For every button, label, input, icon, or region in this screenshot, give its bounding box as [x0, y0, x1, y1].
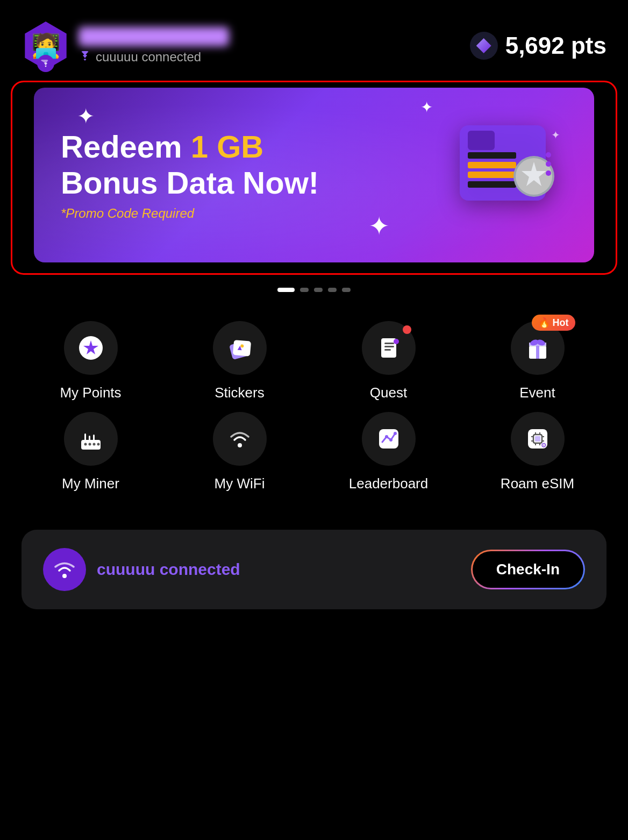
dot-2[interactable] — [300, 288, 309, 292]
carousel-dots — [0, 288, 628, 292]
svg-point-9 — [546, 152, 551, 158]
dot-4[interactable] — [328, 288, 337, 292]
svg-point-35 — [88, 443, 91, 446]
username-blurred — [78, 27, 229, 46]
svg-point-55 — [62, 574, 67, 578]
my-miner-label: My Miner — [62, 475, 119, 492]
svg-rect-16 — [232, 340, 251, 357]
wifi-icon — [78, 50, 91, 64]
svg-point-34 — [84, 443, 87, 446]
bottom-wifi-circle — [43, 548, 86, 591]
my-wifi-icon-wrap — [213, 412, 267, 466]
banner-image: ✦ — [449, 115, 567, 236]
banner-title: Redeem 1 GB Bonus Data Now! — [61, 129, 319, 201]
svg-point-11 — [546, 170, 551, 176]
diamond-icon — [476, 38, 491, 53]
menu-item-event[interactable]: 🔥 Hot Event — [468, 321, 606, 401]
svg-point-41 — [389, 438, 393, 442]
my-miner-icon-wrap — [64, 412, 118, 466]
svg-rect-32 — [89, 436, 90, 441]
avatar-container[interactable]: 🧑‍💻 — [22, 22, 70, 70]
svg-rect-53 — [535, 436, 540, 442]
svg-point-42 — [394, 432, 397, 435]
roam-esim-icon: ⚙ — [524, 425, 552, 453]
banner-text: Redeem 1 GB Bonus Data Now! *Promo Code … — [61, 129, 319, 221]
my-points-icon — [77, 334, 105, 362]
checkin-button[interactable]: Check-In — [473, 551, 583, 588]
menu-item-stickers[interactable]: Stickers — [170, 321, 309, 401]
banner-line2: Bonus Data Now! — [61, 165, 319, 200]
menu-item-my-wifi[interactable]: My WiFi — [170, 412, 309, 492]
quest-label: Quest — [370, 385, 407, 401]
quest-icon — [375, 334, 403, 362]
event-label: Event — [519, 385, 555, 401]
svg-point-40 — [385, 435, 388, 438]
menu-item-roam-esim[interactable]: ⚙ Roam eSIM — [468, 412, 606, 492]
points-area: 5,692 pts — [470, 32, 606, 60]
menu-item-my-points[interactable]: My Points — [22, 321, 160, 401]
connection-status: cuuuuu connected — [78, 49, 229, 65]
roam-esim-label: Roam eSIM — [501, 475, 574, 492]
svg-rect-3 — [468, 172, 516, 178]
svg-rect-20 — [384, 343, 394, 344]
svg-rect-31 — [84, 433, 86, 441]
checkin-button-wrapper[interactable]: Check-In — [471, 550, 585, 589]
svg-rect-1 — [468, 152, 516, 159]
svg-rect-5 — [468, 131, 495, 150]
banner[interactable]: ✦ ✦ ✦ Redeem 1 GB Bonus Data Now! *Promo… — [34, 88, 594, 262]
my-wifi-icon — [226, 425, 254, 453]
my-points-label: My Points — [60, 385, 121, 401]
header: 🧑‍💻 cuuuuu conn — [0, 0, 628, 81]
points-value: 5,692 pts — [505, 32, 606, 59]
dot-5[interactable] — [342, 288, 351, 292]
svg-point-10 — [546, 161, 551, 167]
menu-item-my-miner[interactable]: My Miner — [22, 412, 160, 492]
roam-esim-icon-wrap: ⚙ — [511, 412, 565, 466]
menu-item-quest[interactable]: Quest — [319, 321, 458, 401]
status-text: cuuuuu connected — [96, 49, 201, 65]
svg-point-37 — [97, 443, 99, 446]
wifi-badge — [37, 55, 54, 72]
dot-3[interactable] — [314, 288, 323, 292]
leaderboard-label: Leaderboard — [349, 475, 428, 492]
hot-badge: 🔥 Hot — [532, 315, 575, 331]
stickers-icon-wrap — [213, 321, 267, 375]
quest-icon-wrap — [362, 321, 416, 375]
sparkle-2: ✦ — [420, 98, 433, 116]
svg-text:✦: ✦ — [551, 129, 560, 141]
username-area: cuuuuu connected — [78, 27, 229, 65]
menu-grid: My Points Stickers — [0, 305, 628, 508]
event-icon — [524, 334, 552, 362]
stickers-label: Stickers — [215, 385, 264, 401]
svg-rect-33 — [93, 435, 95, 441]
quest-notification — [403, 325, 411, 334]
svg-rect-2 — [468, 162, 516, 168]
bottom-username: cuuuuu connected — [97, 560, 240, 579]
leaderboard-icon-wrap — [362, 412, 416, 466]
svg-point-23 — [394, 339, 399, 344]
event-icon-wrap: 🔥 Hot — [511, 321, 565, 375]
bottom-card-left: cuuuuu connected — [43, 548, 240, 591]
bottom-card: cuuuuu connected Check-In — [22, 530, 606, 609]
my-wifi-label: My WiFi — [215, 475, 265, 492]
sparkle-1: ✦ — [77, 104, 95, 129]
banner-wrapper[interactable]: ✦ ✦ ✦ Redeem 1 GB Bonus Data Now! *Promo… — [11, 81, 617, 275]
svg-text:⚙: ⚙ — [541, 442, 547, 449]
svg-rect-22 — [384, 349, 391, 351]
banner-highlight: 1 GB — [191, 129, 263, 164]
dot-1[interactable] — [277, 288, 295, 292]
svg-point-38 — [238, 443, 242, 447]
svg-rect-21 — [384, 346, 394, 347]
stickers-icon — [226, 334, 254, 362]
sparkle-3: ✦ — [368, 211, 390, 241]
header-left: 🧑‍💻 cuuuuu conn — [22, 22, 229, 70]
banner-promo: *Promo Code Required — [61, 206, 319, 221]
svg-point-36 — [92, 443, 95, 446]
my-miner-icon — [77, 425, 105, 453]
points-icon-container — [470, 32, 498, 60]
banner-line1: Redeem 1 GB — [61, 129, 263, 164]
leaderboard-icon — [375, 425, 403, 453]
menu-item-leaderboard[interactable]: Leaderboard — [319, 412, 458, 492]
my-points-icon-wrap — [64, 321, 118, 375]
svg-rect-4 — [468, 181, 516, 188]
